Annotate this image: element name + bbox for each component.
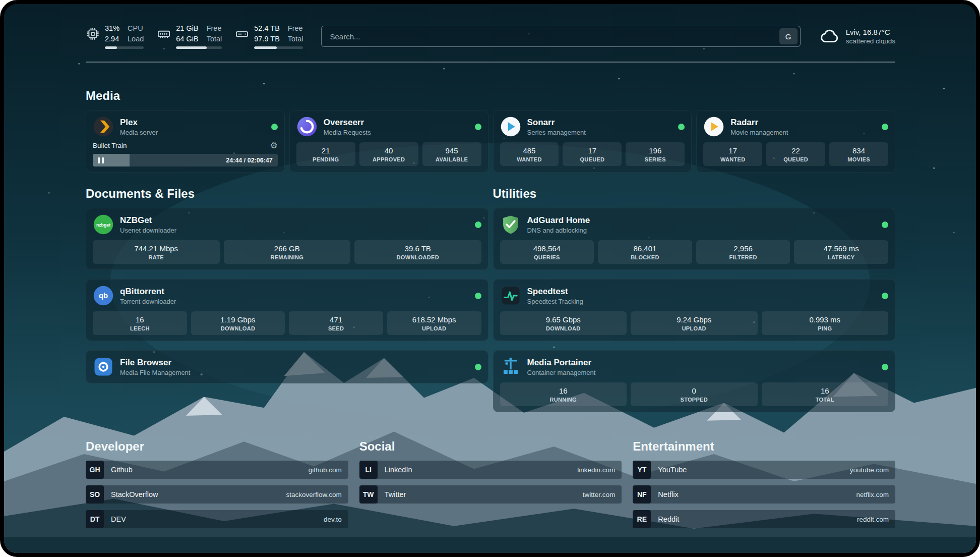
cpu-widget: 31% 2.94 CPU Load (86, 24, 144, 48)
media-cards-row: Plex Media server Bullet Train ⚙ 24:44 /… (86, 110, 895, 173)
app-title: Media Portainer (527, 358, 596, 368)
app-link-nzbget[interactable]: nzbget NZBGet Usenet downloader (93, 214, 481, 235)
bookmark-name: Twitter (385, 490, 406, 498)
bookmark-badge: GH (86, 461, 104, 479)
cpu-usage: 31% (105, 24, 119, 33)
bookmark-reddit[interactable]: RE Reddit reddit.com (633, 510, 895, 528)
stat-value: 86,401 (600, 244, 690, 253)
stats-row: 9.65 Gbps DOWNLOAD 9.24 Gbps UPLOAD 0.99… (500, 311, 889, 335)
bookmark-twitter[interactable]: TW Twitter twitter.com (359, 485, 622, 504)
disk-progress-bar (254, 46, 303, 49)
search-input[interactable] (330, 32, 779, 41)
section-title-utilities: Utilities (493, 187, 896, 201)
stat-label: DOWNLOAD (193, 325, 283, 331)
stat: 9.65 Gbps DOWNLOAD (500, 311, 627, 335)
memory-total-label: Total (207, 34, 222, 43)
stat: 86,401 BLOCKED (598, 240, 692, 264)
status-dot (475, 221, 481, 228)
playback-progress-bar[interactable]: 24:44 / 02:06:47 (93, 154, 278, 166)
app-subtitle: Series management (527, 129, 586, 136)
app-subtitle: Media File Management (120, 369, 190, 376)
stat-label: STOPPED (633, 397, 756, 403)
adguard-icon (500, 214, 521, 235)
bookmarks-entertainment: Entertainment YT YouTube youtube.com NF … (633, 439, 895, 535)
stat: 17 QUEUED (563, 142, 622, 166)
cpu-labels: CPU Load (128, 24, 144, 43)
svg-text:nzbget: nzbget (96, 222, 110, 228)
disk-total-label: Total (288, 34, 303, 43)
bookmark-dev[interactable]: DT DEV dev.to (86, 510, 348, 528)
bookmark-name: LinkedIn (385, 466, 412, 474)
app-link-radarr[interactable]: Radarr Movie management (703, 116, 888, 137)
app-link-plex[interactable]: Plex Media server (93, 116, 278, 137)
stat-value: 22 (768, 146, 823, 155)
app-link-speedtest[interactable]: Speedtest Speedtest Tracking (500, 285, 889, 306)
stat-label: DOWNLOAD (502, 325, 625, 331)
bookmark-url: reddit.com (857, 516, 895, 523)
disk-free-value: 52.4 TB (254, 24, 280, 33)
stat-label: APPROVED (361, 156, 416, 162)
bookmark-badge: TW (359, 485, 378, 504)
bookmark-url: github.com (309, 466, 348, 474)
documents-column: Documents & Files nzbget NZBGet Usenet d… (86, 187, 488, 412)
bookmark-badge: YT (633, 461, 651, 479)
bookmark-name: Github (111, 466, 133, 474)
app-link-filebrowser[interactable]: File Browser Media File Management (93, 356, 481, 377)
bookmark-linkedin[interactable]: LI LinkedIn linkedin.com (359, 461, 622, 479)
stat-value: 16 (502, 386, 625, 395)
section-title-documents: Documents & Files (86, 187, 488, 201)
stat-value: 2,956 (698, 244, 788, 253)
section-title-media: Media (86, 89, 895, 103)
app-link-portainer[interactable]: Media Portainer Container management (500, 356, 889, 377)
bookmark-github[interactable]: GH Github github.com (86, 461, 348, 479)
app-link-sonarr[interactable]: Sonarr Series management (500, 116, 685, 137)
stat: 266 GB REMAINING (224, 240, 351, 264)
section-title-entertainment: Entertainment (633, 439, 895, 454)
app-title: AdGuard Home (527, 215, 590, 226)
bookmark-stackoverflow[interactable]: SO StackOverflow stackoverflow.com (86, 485, 348, 504)
app-card-filebrowser: File Browser Media File Management (86, 350, 488, 383)
bookmark-youtube[interactable]: YT YouTube youtube.com (633, 461, 895, 479)
status-dot (882, 364, 888, 370)
stat-value: 266 GB (226, 244, 349, 253)
stat-value: 744.21 Mbps (95, 244, 218, 253)
app-card-portainer: Media Portainer Container management 16 … (493, 350, 896, 412)
app-link-adguard[interactable]: AdGuard Home DNS and adblocking (500, 214, 889, 235)
app-link-overseerr[interactable]: Overseerr Media Requests (296, 116, 481, 137)
app-link-qbittorrent[interactable]: qb qBittorrent Torrent downloader (93, 285, 481, 306)
app-title: Overseerr (324, 118, 371, 128)
stat: 16 RUNNING (500, 382, 627, 406)
bookmark-badge: NF (633, 485, 651, 504)
settings-gear-icon[interactable]: ⚙ (270, 141, 278, 150)
cpu-chip-icon (86, 27, 100, 41)
bookmark-url: youtube.com (850, 466, 895, 474)
stat-label: BLOCKED (600, 254, 690, 260)
app-card-overseerr: Overseerr Media Requests 21 PENDING 40 A… (289, 110, 488, 173)
bookmark-netflix[interactable]: NF Netflix netflix.com (633, 485, 895, 504)
status-dot (882, 124, 888, 130)
pause-icon[interactable] (98, 157, 104, 163)
hard-drive-icon (235, 27, 249, 41)
stat: 498,564 QUERIES (500, 240, 594, 264)
memory-free-value: 21 GiB (176, 24, 198, 33)
stat-label: MOVIES (831, 156, 886, 162)
stat-label: QUERIES (502, 254, 592, 260)
stat: 39.6 TB DOWNLOADED (354, 240, 481, 264)
sonarr-icon (500, 116, 521, 137)
stat: 471 SEED (289, 311, 383, 335)
stat-label: QUEUED (768, 156, 823, 162)
stats-row: 17 WANTED 22 QUEUED 834 MOVIES (703, 142, 888, 166)
weather-location: Lviv, 16.87°C (846, 28, 895, 36)
stat: 1.19 Gbps DOWNLOAD (191, 311, 285, 335)
stat-label: QUEUED (565, 156, 620, 162)
stat-label: SEED (291, 325, 381, 331)
stat-value: 196 (628, 146, 683, 155)
dashboard-screen: 31% 2.94 CPU Load (0, 0, 980, 557)
status-dot (882, 221, 888, 228)
stat-label: WANTED (705, 156, 760, 162)
stat: 2,956 FILTERED (696, 240, 790, 264)
nzbget-icon: nzbget (93, 214, 114, 235)
bookmark-url: linkedin.com (577, 466, 622, 474)
search-engine-button[interactable]: G (779, 28, 798, 44)
stat: 17 WANTED (703, 142, 762, 166)
